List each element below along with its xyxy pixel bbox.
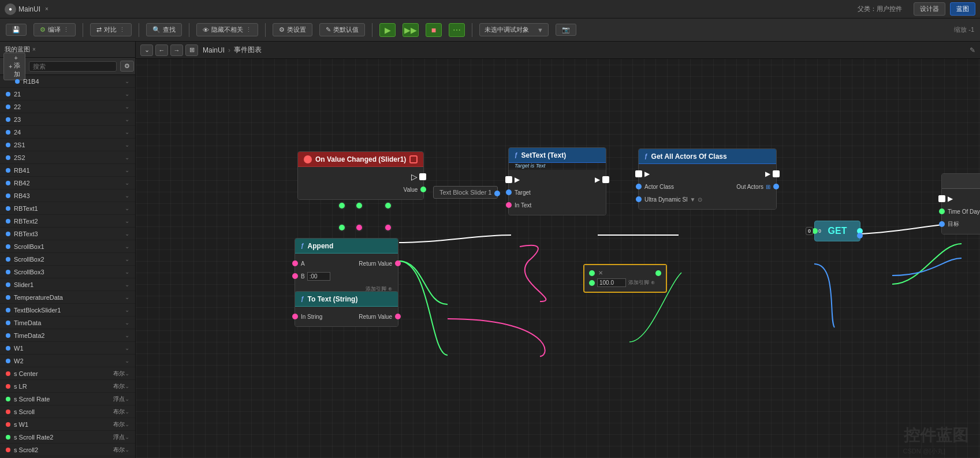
node-on-value-changed[interactable]: On Value Changed (Slider1) ▷ Value xyxy=(297,151,424,200)
ultra-search-icon[interactable]: ⊙ xyxy=(698,196,702,203)
sidebar-item-ScrollBox2[interactable]: ScrollBox2⌄ xyxy=(0,253,135,266)
sidebar-item-TemperatureData[interactable]: TemperatureData⌄ xyxy=(0,291,135,304)
actor-class-pin[interactable] xyxy=(636,184,642,189)
sidebar-item-RBText2[interactable]: RBText2⌄ xyxy=(0,215,135,228)
target-pin[interactable] xyxy=(506,189,512,195)
set-exec-in-pin[interactable] xyxy=(938,195,945,202)
sidebar-item-s-ScrollRate2[interactable]: s Scroll Rate2浮点⌄ xyxy=(0,431,135,444)
reroute-node-4[interactable] xyxy=(338,224,346,232)
reroute-node-1[interactable] xyxy=(338,202,346,210)
getactors-exec-in-pin[interactable] xyxy=(635,170,642,177)
node-append[interactable]: ƒ Append A Return Value B xyxy=(295,238,398,299)
stop-btn[interactable]: ■ xyxy=(426,23,442,37)
sidebar-item-RBText1[interactable]: RBText1⌄ xyxy=(0,202,135,215)
node-to-text[interactable]: ƒ To Text (String) In String Return Valu… xyxy=(295,291,398,327)
sidebar-item-21[interactable]: 21⌄ xyxy=(0,88,135,100)
sidebar-item-ScrollBox3[interactable]: ScrollBox3⌄ xyxy=(0,266,135,278)
play-anim-btn[interactable]: ▶▶ xyxy=(403,23,419,37)
sidebar-item-W2[interactable]: W2⌄ xyxy=(0,355,135,367)
save-icon: 💾 xyxy=(12,26,20,33)
func-icon-2: ƒ xyxy=(644,153,648,159)
float-out-pin[interactable] xyxy=(655,270,661,276)
reroute-node-2[interactable] xyxy=(355,202,363,210)
reroute-node-6[interactable] xyxy=(384,224,392,232)
float-add-pin-btn[interactable]: 添加引脚 ⊕ xyxy=(628,279,655,286)
sidebar-item-RB43[interactable]: RB43⌄ xyxy=(0,189,135,202)
append-return-pin[interactable] xyxy=(395,260,401,266)
toolbar-icon-btn[interactable]: 💾 xyxy=(6,24,27,36)
nav-left-btn[interactable]: ← xyxy=(155,44,168,56)
sidebar-item-RB42[interactable]: RB42⌄ xyxy=(0,177,135,189)
sidebar-item-Slider1[interactable]: Slider1⌄ xyxy=(0,278,135,291)
sidebar-gear-btn[interactable]: ⚙ xyxy=(120,61,134,72)
node-get-all-actors[interactable]: ƒ Get All Actors Of Class ▶ ▶ Actor Clas… xyxy=(638,148,777,210)
float-x-btn[interactable]: ✕ xyxy=(598,270,603,276)
compare-btn[interactable]: ⇄ 对比 ⋮ xyxy=(90,23,132,36)
nav-grid-btn[interactable]: ⊞ xyxy=(185,44,198,56)
get-out-pin-blue[interactable] xyxy=(857,233,863,239)
class-default-btn[interactable]: ✎ 类默认值 xyxy=(319,23,365,36)
hide-btn[interactable]: 👁 隐藏不相关 ⋮ xyxy=(196,23,258,36)
out-actors-pin[interactable] xyxy=(773,184,779,189)
sidebar-item-2S1[interactable]: 2S1⌄ xyxy=(0,139,135,151)
play-btn[interactable]: ▶ xyxy=(379,23,396,37)
sidebar-item-22[interactable]: 22⌄ xyxy=(0,100,135,113)
append-b-pin[interactable] xyxy=(292,273,298,279)
getactors-exec-out-pin[interactable] xyxy=(773,170,780,177)
float-value-pin[interactable] xyxy=(589,280,595,286)
sidebar-item-s-W1[interactable]: s W1布尔⌄ xyxy=(0,418,135,431)
intext-pin[interactable] xyxy=(506,202,512,208)
play-more-btn[interactable]: ⋯ xyxy=(449,23,465,37)
settext-exec-in-pin[interactable] xyxy=(505,176,512,183)
sidebar-item-TimeData[interactable]: TimeData⌄ xyxy=(0,316,135,329)
sidebar-item-s-LR[interactable]: s LR布尔⌄ xyxy=(0,380,135,393)
debug-target-dropdown[interactable]: 未选中调试对象 ▼ xyxy=(479,23,549,36)
reroute-node-3[interactable] xyxy=(384,202,392,210)
find-btn[interactable]: 🔍 查找 xyxy=(146,23,182,36)
totext-return-pin[interactable] xyxy=(395,314,401,319)
sidebar-item-s-Scroll2[interactable]: s Scroll2布尔⌄ xyxy=(0,444,135,456)
sidebar-tab-close-btn[interactable]: × xyxy=(32,46,36,53)
exec-out-pin[interactable] xyxy=(419,173,426,180)
sidebar-item-TimeData2[interactable]: TimeData2⌄ xyxy=(0,329,135,342)
node-header-totext: ƒ To Text (String) xyxy=(295,292,398,307)
actor-class-label: Actor Class xyxy=(644,184,674,190)
sidebar-item-2S2[interactable]: 2S2⌄ xyxy=(0,151,135,164)
sidebar-item-TextBlockSlider1[interactable]: TextBlockSlider1⌄ xyxy=(0,304,135,316)
sidebar-item-R1B4[interactable]: R1B4⌄ xyxy=(0,75,135,88)
totext-instring-pin[interactable] xyxy=(292,314,298,319)
set-timeofday-pin[interactable] xyxy=(939,208,945,214)
sidebar-item-s-Center[interactable]: s Center布尔⌄ xyxy=(0,367,135,380)
settext-exec-out-pin[interactable] xyxy=(602,176,609,183)
sidebar-item-23[interactable]: 23⌄ xyxy=(0,113,135,126)
sidebar-item-W1[interactable]: W1⌄ xyxy=(0,342,135,355)
float-value-input[interactable] xyxy=(597,278,626,287)
sidebar-item-RB41[interactable]: RB41⌄ xyxy=(0,164,135,177)
set-target-pin[interactable] xyxy=(939,221,945,227)
ultra-pin[interactable] xyxy=(636,196,642,202)
window-close-btn[interactable]: × xyxy=(45,6,49,12)
sidebar-item-s-ScrollRate[interactable]: s Scroll Rate浮点⌄ xyxy=(0,393,135,405)
float-in-pin[interactable] xyxy=(589,270,595,276)
nav-right-btn[interactable]: → xyxy=(170,44,183,56)
nav-back-btn[interactable]: ⌄ xyxy=(140,44,153,56)
compile-btn[interactable]: ⚙ 编译 ⋮ xyxy=(33,23,76,36)
search-input[interactable] xyxy=(29,61,117,72)
node-set-text[interactable]: ƒ SetText (Text) Target is Text ▶ ▶ Targ… xyxy=(508,147,606,215)
sidebar-item-s-Scroll[interactable]: s Scroll布尔⌄ xyxy=(0,405,135,418)
camera-btn[interactable]: 📷 xyxy=(556,24,576,36)
class-settings-btn[interactable]: ⚙ 类设置 xyxy=(273,23,312,36)
sidebar-item-24[interactable]: 24⌄ xyxy=(0,126,135,139)
node-set[interactable]: SET ▶ Time Of Day 目标 xyxy=(941,173,980,234)
canvas-edit-btn[interactable]: ✎ xyxy=(970,46,975,54)
reroute-node-5[interactable] xyxy=(355,224,363,232)
append-a-pin[interactable] xyxy=(292,260,298,266)
designer-btn[interactable]: 设计器 xyxy=(914,2,945,16)
node-get[interactable]: GET 0 0 xyxy=(814,221,860,241)
sidebar-item-ScrollBox1[interactable]: ScrollBox1⌄ xyxy=(0,240,135,253)
ultra-dropdown-icon[interactable]: ▼ xyxy=(690,196,695,203)
append-b-input[interactable] xyxy=(307,272,330,281)
node-float-value[interactable]: ✕ 添加引脚 ⊕ xyxy=(583,264,667,293)
blueprint-btn[interactable]: 蓝图 xyxy=(950,2,975,16)
sidebar-item-RBText3[interactable]: RBText3⌄ xyxy=(0,228,135,240)
